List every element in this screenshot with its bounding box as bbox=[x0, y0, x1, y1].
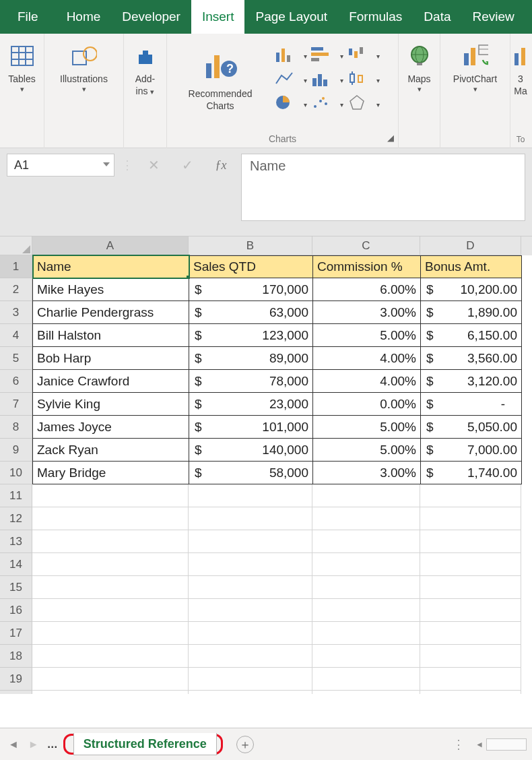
empty-cell[interactable] bbox=[420, 507, 521, 530]
empty-cell[interactable] bbox=[189, 622, 312, 645]
3dmap-button[interactable]: 3 Ma bbox=[511, 38, 530, 97]
row-header-4[interactable]: 4 bbox=[0, 324, 32, 347]
row-header-7[interactable]: 7 bbox=[0, 393, 32, 416]
tab-prev-button[interactable]: ◄ bbox=[5, 736, 22, 753]
select-all-corner[interactable] bbox=[0, 236, 32, 255]
column-chart-icon[interactable]: ▾ bbox=[275, 46, 302, 65]
row-header-3[interactable]: 3 bbox=[0, 301, 32, 324]
row-header-1[interactable]: 1 bbox=[0, 255, 32, 278]
insert-function-button[interactable]: ƒx bbox=[207, 154, 234, 177]
tab-review[interactable]: Review bbox=[461, 0, 525, 34]
empty-cell[interactable] bbox=[420, 530, 521, 553]
maps-button[interactable]: Maps ▾ bbox=[399, 38, 440, 94]
pivotchart-button[interactable]: PivotChart ▾ bbox=[442, 38, 509, 94]
tab-file[interactable]: File bbox=[0, 0, 56, 34]
hscroll-track[interactable] bbox=[486, 738, 527, 751]
row-header-10[interactable]: 10 bbox=[0, 462, 32, 484]
cell-name[interactable]: Charlie Pendergrass bbox=[33, 301, 189, 324]
cell-name[interactable]: Bob Harp bbox=[33, 347, 189, 370]
empty-cell[interactable] bbox=[189, 484, 312, 507]
empty-cell[interactable] bbox=[32, 645, 189, 668]
cell-sales[interactable]: $123,000 bbox=[189, 324, 313, 347]
tab-home[interactable]: Home bbox=[56, 0, 112, 34]
waterfall-chart-icon[interactable]: ▾ bbox=[347, 46, 374, 65]
bar-chart-icon[interactable]: ▾ bbox=[311, 46, 338, 65]
cell-name[interactable]: James Joyce bbox=[33, 416, 189, 439]
empty-cell[interactable] bbox=[189, 668, 312, 691]
empty-cell[interactable] bbox=[312, 530, 420, 553]
tab-developer[interactable]: Developer bbox=[111, 0, 191, 34]
col-header-D[interactable]: D bbox=[420, 236, 521, 255]
cell-sales[interactable]: $89,000 bbox=[189, 347, 313, 370]
cell-name[interactable]: Bill Halston bbox=[33, 324, 189, 347]
empty-cell[interactable] bbox=[420, 576, 521, 599]
cell-bonus[interactable]: $5,050.00 bbox=[421, 416, 522, 439]
empty-cell[interactable] bbox=[312, 599, 420, 622]
more-tabs-icon[interactable]: … bbox=[42, 738, 63, 751]
cell-commission[interactable]: 5.00% bbox=[313, 324, 421, 347]
cell-commission[interactable]: 0.00% bbox=[313, 393, 421, 416]
empty-cell[interactable] bbox=[32, 553, 189, 576]
row-header-19[interactable]: 19 bbox=[0, 668, 32, 691]
name-box[interactable]: A1 bbox=[7, 154, 114, 177]
cancel-formula-button[interactable]: ✕ bbox=[140, 154, 167, 177]
cell-commission[interactable]: 3.00% bbox=[313, 462, 421, 484]
row-header-13[interactable]: 13 bbox=[0, 530, 32, 553]
row-header-18[interactable]: 18 bbox=[0, 645, 32, 668]
charts-dialog-launcher[interactable]: ◢ bbox=[387, 133, 394, 143]
empty-cell[interactable] bbox=[420, 484, 521, 507]
tables-button[interactable]: Tables ▾ bbox=[1, 38, 43, 94]
row-header-6[interactable]: 6 bbox=[0, 370, 32, 393]
cell-name[interactable]: Mike Hayes bbox=[33, 278, 189, 301]
empty-cell[interactable] bbox=[420, 622, 521, 645]
empty-cell[interactable] bbox=[32, 691, 189, 694]
enter-formula-button[interactable]: ✓ bbox=[174, 154, 201, 177]
cell-name[interactable]: Zack Ryan bbox=[33, 439, 189, 462]
empty-cell[interactable] bbox=[32, 576, 189, 599]
sheet-tab-active[interactable]: Structured Reference bbox=[73, 733, 217, 755]
cell-name[interactable]: Sylvie King bbox=[33, 393, 189, 416]
empty-cell[interactable] bbox=[312, 622, 420, 645]
empty-cell[interactable] bbox=[312, 553, 420, 576]
col-header-B[interactable]: B bbox=[189, 236, 312, 255]
empty-cell[interactable] bbox=[32, 622, 189, 645]
empty-cell[interactable] bbox=[32, 599, 189, 622]
empty-cell[interactable] bbox=[420, 645, 521, 668]
cell-sales[interactable]: $101,000 bbox=[189, 416, 313, 439]
recommended-charts-button[interactable]: ? Recommended Charts bbox=[170, 39, 271, 112]
empty-cell[interactable] bbox=[312, 645, 420, 668]
cell-bonus[interactable]: $1,740.00 bbox=[421, 462, 522, 484]
dropdown-icon[interactable] bbox=[103, 162, 110, 166]
cell-bonus[interactable]: $6,150.00 bbox=[421, 324, 522, 347]
header-cell[interactable]: Name bbox=[33, 255, 189, 278]
row-header-9[interactable]: 9 bbox=[0, 439, 32, 462]
tab-next-button[interactable]: ► bbox=[26, 736, 42, 753]
addins-button[interactable]: Add- ins ▾ bbox=[125, 38, 166, 98]
empty-cell[interactable] bbox=[189, 507, 312, 530]
row-header-20[interactable]: 20 bbox=[0, 691, 32, 694]
cell-sales[interactable]: $78,000 bbox=[189, 370, 313, 393]
empty-cell[interactable] bbox=[189, 599, 312, 622]
formula-bar[interactable]: Name bbox=[241, 154, 525, 221]
histogram-icon[interactable]: ▾ bbox=[311, 70, 338, 89]
tab-options-icon[interactable]: ⋮ bbox=[446, 737, 473, 752]
row-header-14[interactable]: 14 bbox=[0, 553, 32, 576]
line-chart-icon[interactable]: ▾ bbox=[275, 70, 302, 89]
cell-bonus[interactable]: $10,200.00 bbox=[421, 278, 522, 301]
tab-data[interactable]: Data bbox=[413, 0, 461, 34]
row-header-17[interactable]: 17 bbox=[0, 622, 32, 645]
hscroll-left[interactable]: ◄ bbox=[473, 740, 486, 749]
row-header-5[interactable]: 5 bbox=[0, 347, 32, 370]
cell-sales[interactable]: $170,000 bbox=[189, 278, 313, 301]
illustrations-button[interactable]: Illustrations ▾ bbox=[47, 38, 121, 94]
cell-commission[interactable]: 6.00% bbox=[313, 278, 421, 301]
header-cell[interactable]: Bonus Amt. bbox=[421, 255, 522, 278]
cell-bonus[interactable]: $1,890.00 bbox=[421, 301, 522, 324]
empty-cell[interactable] bbox=[189, 553, 312, 576]
cell-bonus[interactable]: $3,560.00 bbox=[421, 347, 522, 370]
empty-cell[interactable] bbox=[32, 668, 189, 691]
empty-cell[interactable] bbox=[32, 484, 189, 507]
tab-page-layout[interactable]: Page Layout bbox=[244, 0, 338, 34]
empty-cell[interactable] bbox=[312, 507, 420, 530]
boxwhisker-icon[interactable]: ▾ bbox=[347, 70, 374, 89]
